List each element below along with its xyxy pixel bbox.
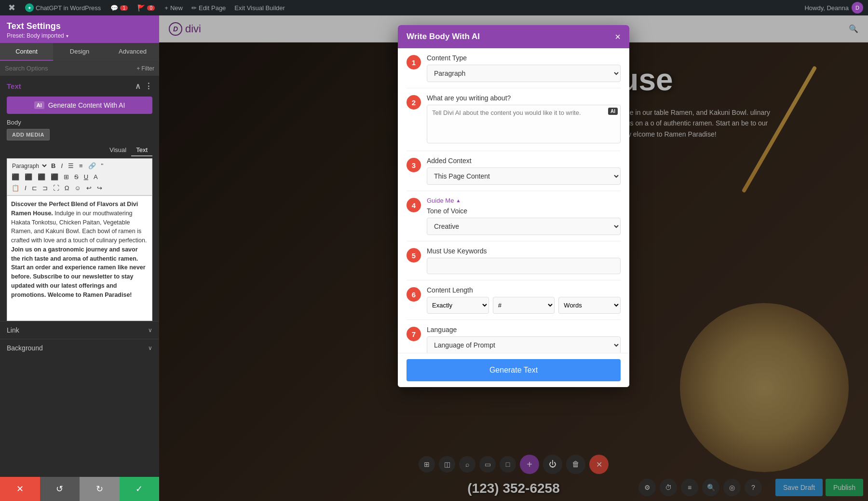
ordered-list-button[interactable]: ≡	[77, 161, 85, 171]
align-left-button[interactable]: ⬛	[9, 172, 22, 182]
content-length-label: Content Length	[427, 286, 621, 294]
editor-tabs: Visual Text	[7, 144, 152, 156]
underline-button[interactable]: U	[81, 172, 91, 182]
keywords-input[interactable]	[427, 258, 621, 274]
link-chevron-icon: ∨	[148, 327, 152, 334]
outdent-button[interactable]: ⊐	[40, 183, 50, 193]
tab-content[interactable]: Content	[0, 43, 53, 61]
wp-logo[interactable]: ✖	[5, 1, 18, 14]
added-context-select[interactable]: This Page Content None Custom	[427, 167, 621, 185]
text-color-button[interactable]: A	[91, 172, 100, 182]
admin-bar-comments[interactable]: 💬 1	[106, 0, 133, 15]
background-section-header[interactable]: Background ∨	[7, 344, 152, 352]
content-length-unit-select[interactable]: Words Sentences Paragraphs	[558, 297, 621, 314]
panel-title: Text Settings	[7, 21, 152, 31]
generate-text-button[interactable]: Generate Text	[407, 359, 621, 381]
panel-tabs: Content Design Advanced	[0, 43, 159, 61]
indent-button[interactable]: ⊏	[29, 183, 40, 193]
paste-text-button[interactable]: 📋	[9, 183, 22, 193]
cancel-button[interactable]: ✕	[0, 477, 40, 501]
align-justify-button[interactable]: ⬛	[48, 172, 61, 182]
add-media-button[interactable]: ADD MEDIA	[7, 129, 50, 140]
tone-voice-select[interactable]: Creative Formal Casual Professional Humo…	[427, 218, 621, 235]
content-length-exactly-select[interactable]: Exactly At least At most Between	[427, 297, 489, 314]
tab-advanced[interactable]: Advanced	[106, 43, 159, 61]
step-7-field: Language Language of Prompt English Span…	[427, 326, 621, 353]
search-options-input[interactable]	[5, 65, 134, 72]
background-section: Background ∨	[0, 339, 159, 357]
undo-button[interactable]: ↩	[84, 183, 94, 193]
tab-design[interactable]: Design	[53, 43, 106, 61]
background-label: Background	[7, 344, 43, 352]
admin-bar-exit-visual[interactable]: Exit Visual Builder	[230, 0, 290, 15]
preset-arrow-icon: ▾	[66, 33, 68, 39]
step-7-row: 7 Language Language of Prompt English Sp…	[398, 320, 629, 353]
content-type-select[interactable]: Paragraph Heading List Quote	[427, 65, 621, 82]
new-label: New	[170, 4, 183, 12]
modal-header: Write Body With AI ×	[398, 25, 629, 48]
step-2-field: What are you writing about? AI	[427, 94, 621, 145]
editor-tab-text[interactable]: Text	[131, 144, 152, 156]
unordered-list-button[interactable]: ☰	[66, 161, 76, 171]
italic-button[interactable]: I	[58, 161, 65, 171]
history-button[interactable]: ↺	[40, 477, 80, 501]
modal-close-button[interactable]: ×	[615, 32, 621, 42]
confirm-button[interactable]: ✓	[120, 477, 160, 501]
step-6-row: 6 Content Length Exactly At least At mos…	[398, 280, 629, 320]
editor-tab-visual[interactable]: Visual	[105, 144, 131, 156]
modal-footer: Generate Text	[398, 353, 629, 387]
comments-count: 1	[120, 5, 128, 11]
step-6-field: Content Length Exactly At least At most …	[427, 286, 621, 314]
modal-title: Write Body With AI	[407, 32, 480, 42]
plus-new-icon: +	[164, 4, 168, 12]
step-4-circle: 4	[407, 198, 421, 212]
language-select[interactable]: Language of Prompt English Spanish Frenc…	[427, 336, 621, 353]
collapse-icon[interactable]: ∧	[135, 82, 141, 91]
special-char-button[interactable]: Ω	[62, 183, 72, 193]
link-button[interactable]: 🔗	[86, 161, 98, 171]
spam-icon: 🚩	[137, 4, 145, 12]
textarea-wrapper: AI	[427, 105, 621, 145]
step-5-circle: 5	[407, 248, 421, 263]
blockquote-button[interactable]: "	[99, 161, 106, 171]
guide-me-link[interactable]: Guide Me ▲	[427, 197, 621, 204]
avatar: D	[852, 2, 863, 14]
redo-button[interactable]: ↪	[95, 183, 105, 193]
edit-page-label: Edit Page	[199, 4, 226, 12]
preset-label: Preset: Body imported	[7, 32, 64, 39]
howdy-label: Howdy, Deanna	[804, 4, 849, 12]
step-3-circle: 3	[407, 158, 421, 172]
admin-bar-edit-page[interactable]: ✏ Edit Page	[188, 0, 230, 15]
editor-content[interactable]: Discover the Perfect Blend of Flavors at…	[7, 195, 152, 321]
italic2-button[interactable]: I	[22, 183, 29, 193]
step-6-circle: 6	[407, 287, 421, 302]
admin-bar-site[interactable]: ✦ ChatGPT in WordPress	[20, 0, 106, 15]
step-5-row: 5 Must Use Keywords	[398, 241, 629, 280]
site-name-label: ChatGPT in WordPress	[36, 4, 101, 12]
background-chevron-icon: ∨	[148, 345, 152, 351]
search-options-bar: + Filter	[0, 61, 159, 76]
link-section-header[interactable]: Link ∨	[7, 326, 152, 334]
redo-panel-button[interactable]: ↻	[80, 477, 120, 501]
align-center-button[interactable]: ⬛	[22, 172, 35, 182]
keywords-label: Must Use Keywords	[427, 247, 621, 255]
dots-icon[interactable]: ⋮	[145, 82, 152, 91]
bold-button[interactable]: B	[49, 161, 58, 171]
emoji-button[interactable]: ☺	[72, 183, 83, 193]
content-length-number-select[interactable]: # 50 100 200 300	[493, 297, 555, 314]
step-1-circle: 1	[407, 55, 421, 70]
main-content: D divi Home 🔍 House en House. Indulge in…	[159, 15, 868, 501]
fullscreen-button[interactable]: ⛶	[51, 183, 62, 193]
strikethrough-button[interactable]: S	[72, 172, 81, 182]
admin-bar-spam[interactable]: 🚩 0	[133, 0, 160, 15]
generate-content-button[interactable]: AI Generate Content With AI	[7, 97, 152, 114]
filter-button[interactable]: + Filter	[136, 65, 154, 72]
paragraph-select[interactable]: Paragraph	[9, 161, 48, 171]
table-button[interactable]: ⊞	[61, 172, 71, 182]
writing-about-textarea[interactable]	[427, 105, 621, 143]
align-right-button[interactable]: ⬛	[35, 172, 48, 182]
ai-textarea-badge: AI	[608, 108, 618, 115]
admin-bar-new[interactable]: + New	[160, 0, 188, 15]
guide-me-arrow-icon: ▲	[456, 198, 461, 203]
step-4-field: Guide Me ▲ Tone of Voice Creative Formal…	[427, 197, 621, 235]
